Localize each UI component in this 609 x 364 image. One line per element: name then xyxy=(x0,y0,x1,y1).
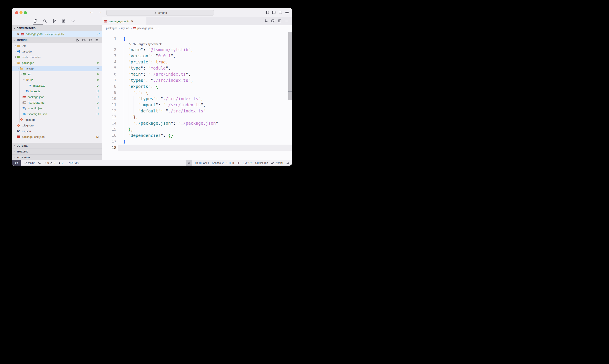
command-center-search[interactable]: tsmono xyxy=(106,10,214,16)
gear-icon[interactable] xyxy=(285,11,289,14)
activity-search-icon[interactable] xyxy=(43,19,47,23)
layout-sidebar-right-icon[interactable] xyxy=(278,11,282,14)
token: " xyxy=(216,121,218,126)
token: " xyxy=(138,96,141,101)
breadcrumb-separator: › xyxy=(119,27,120,29)
editor-scrollbar[interactable] xyxy=(288,32,292,100)
token: ", xyxy=(198,96,203,101)
tree-item-.gitkeep[interactable]: .gitkeep xyxy=(12,117,102,122)
tree-item-nx.json[interactable]: Nnx.json xyxy=(12,128,102,134)
collapse-all-icon[interactable] xyxy=(95,38,99,42)
statusbar-notifications[interactable] xyxy=(286,161,289,165)
tree-item-.gitignore[interactable]: .gitignore xyxy=(12,122,102,128)
token: ": " xyxy=(141,47,151,52)
token: . xyxy=(136,90,138,95)
statusbar-problems[interactable]: 00 xyxy=(43,161,55,165)
folder-open-icon xyxy=(20,67,23,70)
close-window-button[interactable] xyxy=(15,11,18,14)
line-content: "default": "./src/index.ts" xyxy=(118,108,292,114)
play-icon[interactable]: ▷ xyxy=(129,42,131,47)
token: ": xyxy=(138,90,146,95)
status-bar: ><main*000-- NORMAL -- Ln 18, Col 1Space… xyxy=(12,160,292,166)
layout-sidebar-left-icon[interactable] xyxy=(265,11,269,14)
tree-item-package.json[interactable]: npmpackage.jsonU xyxy=(12,94,102,100)
statusbar-vim-mode[interactable]: -- NORMAL -- xyxy=(66,161,82,165)
forward-arrow-icon[interactable]: → xyxy=(98,10,102,14)
tree-item-mytslib[interactable]: mytslib xyxy=(12,66,102,71)
line-number: 4 xyxy=(102,59,118,65)
breadcrumb-item[interactable]: npmpackage.json xyxy=(133,27,153,30)
code-line-10: 10 "types": "./src/index.ts", xyxy=(102,96,292,102)
workspace-label: TSMONO xyxy=(17,39,27,41)
section-header-notepads[interactable]: NOTEPADS xyxy=(12,155,102,160)
indent-guide xyxy=(133,108,133,114)
section-header-timeline[interactable]: TIMELINE xyxy=(12,149,102,155)
breadcrumb-item[interactable]: mytslib xyxy=(121,27,129,30)
tree-item-mytslib.ts[interactable]: TSmytslib.tsU xyxy=(12,83,102,88)
breadcrumb-item[interactable]: ... xyxy=(157,27,159,30)
statusbar-remote-indicator[interactable]: >< xyxy=(12,160,21,166)
workspace-header[interactable]: TSMONO xyxy=(12,37,102,43)
refresh-icon[interactable] xyxy=(89,38,92,42)
indent-guide xyxy=(123,126,123,132)
git-status-badge: U xyxy=(97,112,99,116)
minimize-window-button[interactable] xyxy=(19,11,23,14)
tree-item-src[interactable]: </>src xyxy=(12,71,102,77)
git-status-badge: M xyxy=(96,135,99,139)
tree-item-README.md[interactable]: MREADME.mdU xyxy=(12,100,102,105)
section-header-outline[interactable]: OUTLINE xyxy=(12,143,102,149)
tree-item-.vscode[interactable]: .vscode xyxy=(12,49,102,54)
folder-node-icon: js xyxy=(17,55,20,59)
tree-item-index.ts[interactable]: TSindex.tsU xyxy=(12,88,102,94)
tree-item-package-lock.json[interactable]: npmpackage-lock.jsonM xyxy=(12,134,102,140)
split-editor-dot-icon[interactable] xyxy=(271,19,275,23)
tree-item-packages[interactable]: packages xyxy=(12,60,102,66)
twistie-chevron-down-icon xyxy=(20,73,23,76)
indent-guide xyxy=(123,102,123,108)
statusbar-formatter[interactable]: Prettier xyxy=(271,161,283,165)
statusbar-zoom-indicator[interactable] xyxy=(186,160,192,166)
statusbar-encoding[interactable]: UTF-8 xyxy=(226,161,234,165)
breadcrumb[interactable]: packages›mytslib›npmpackage.json›... xyxy=(102,25,292,31)
code-line-7: 7 "types": "./src/index.ts", xyxy=(102,77,292,83)
codelens-nx-targets[interactable]: ▷Nx Targets: typecheck xyxy=(118,42,162,47)
statusbar-git-branch[interactable]: main* xyxy=(24,161,35,165)
tree-item-node_modules[interactable]: jsnode_modules xyxy=(12,54,102,60)
activity-explorer-icon[interactable] xyxy=(33,19,38,23)
split-editor-icon[interactable] xyxy=(278,19,282,23)
ellipsis-icon[interactable] xyxy=(285,19,288,23)
editor-group: packages›mytslib›npmpackage.json›... 1{▷… xyxy=(102,25,292,160)
breadcrumb-item[interactable]: packages xyxy=(106,27,117,30)
statusbar-sync-changes[interactable] xyxy=(38,161,41,165)
tree-item-tsconfig.lib.json[interactable]: TStsconfig.lib.jsonU xyxy=(12,111,102,117)
open-editor-filename: package.json xyxy=(26,32,43,36)
open-editors-header[interactable]: OPEN EDITORS xyxy=(12,25,102,31)
statusbar-ports[interactable]: 0 xyxy=(58,161,64,165)
editor-code-area[interactable]: 1{▷Nx Targets: typecheck2 "name": "@tsmo… xyxy=(102,31,292,151)
back-arrow-icon[interactable]: ← xyxy=(90,10,93,14)
tab-package-json[interactable]: npm package.json U ✕ xyxy=(102,17,146,25)
statusbar-eol[interactable]: LF xyxy=(237,161,240,165)
new-folder-icon[interactable] xyxy=(82,38,86,42)
git-compare-icon[interactable] xyxy=(264,19,268,23)
statusbar-cursor-position[interactable]: Ln 18, Col 1 xyxy=(195,161,209,165)
open-editor-item[interactable]: ✕npmpackage.jsonpackages/mytslibU xyxy=(12,31,102,37)
tree-item-tsconfig.json[interactable]: TStsconfig.jsonU xyxy=(12,105,102,111)
tree-item-.nx[interactable]: .nx xyxy=(12,43,102,49)
statusbar-indentation[interactable]: Spaces: 2 xyxy=(212,161,224,165)
statusbar-cursor-tab[interactable]: Cursor Tab xyxy=(255,161,268,165)
activity-source-control-icon[interactable] xyxy=(52,19,56,23)
open-editor-path: packages/mytslib xyxy=(45,33,64,35)
close-tab-icon[interactable]: ✕ xyxy=(131,20,133,23)
ts-icon: TS xyxy=(25,90,29,93)
new-file-icon[interactable] xyxy=(76,38,79,42)
layout-panel-icon[interactable] xyxy=(272,11,276,14)
line-number: 11 xyxy=(102,102,118,108)
close-editor-icon[interactable]: ✕ xyxy=(17,33,19,36)
token: {} xyxy=(168,133,173,138)
zoom-window-button[interactable] xyxy=(24,11,27,14)
activity-chevron-down-icon[interactable] xyxy=(71,19,75,23)
statusbar-language-mode[interactable]: {}JSON xyxy=(243,161,252,165)
activity-extensions-icon[interactable] xyxy=(62,19,66,23)
tree-item-lib[interactable]: lib xyxy=(12,77,102,83)
